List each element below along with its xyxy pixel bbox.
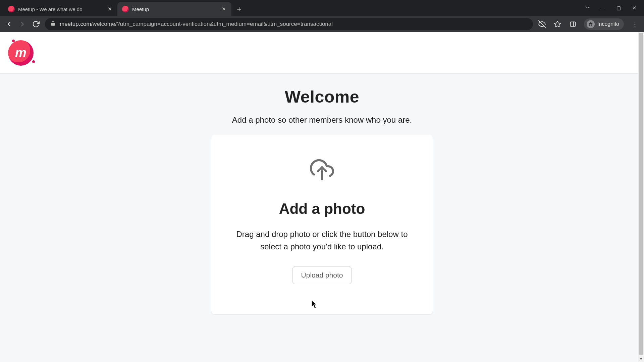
close-icon[interactable]: ✕: [107, 6, 113, 12]
new-tab-button[interactable]: ＋: [233, 3, 245, 15]
site-header: m: [0, 32, 644, 74]
tab-meetup-about[interactable]: Meetup - We are what we do ✕: [3, 2, 117, 16]
page-content: Welcome Add a photo so other members kno…: [0, 74, 644, 362]
eye-off-icon[interactable]: [538, 20, 546, 28]
meetup-favicon-icon: [8, 6, 15, 12]
url-text: meetup.com/welcome/?utm_campaign=account…: [60, 21, 333, 27]
tab-title: Meetup - We are what we do: [18, 6, 103, 12]
scrollbar-thumb[interactable]: [639, 33, 643, 355]
page-subtitle: Add a photo so other members know who yo…: [232, 115, 412, 125]
toolbar: meetup.com/welcome/?utm_campaign=account…: [0, 16, 644, 32]
minimize-icon[interactable]: —: [600, 5, 606, 11]
window-controls: ﹀ — ▢ ✕: [578, 0, 644, 16]
forward-button[interactable]: [18, 20, 27, 28]
chevron-down-icon[interactable]: ﹀: [585, 4, 591, 12]
tab-strip: Meetup - We are what we do ✕ Meetup ✕ ＋: [3, 0, 578, 16]
card-title: Add a photo: [279, 200, 365, 217]
reload-button[interactable]: [32, 20, 40, 28]
back-button[interactable]: [5, 20, 13, 28]
card-description: Drag and drop photo or click the button …: [225, 228, 419, 253]
logo-letter: m: [15, 46, 26, 60]
toolbar-right: Incognito ⋮: [538, 18, 639, 30]
close-icon[interactable]: ✕: [221, 6, 227, 12]
svg-rect-2: [571, 22, 576, 26]
page-viewport: m Welcome Add a photo so other members k…: [0, 32, 644, 362]
incognito-label: Incognito: [597, 21, 619, 27]
tab-meetup-welcome[interactable]: Meetup ✕: [117, 2, 231, 16]
menu-kebab-icon[interactable]: ⋮: [631, 20, 639, 28]
side-panel-icon[interactable]: [569, 20, 577, 28]
incognito-indicator[interactable]: Incognito: [584, 18, 624, 30]
meetup-logo-icon[interactable]: m: [8, 40, 34, 66]
vertical-scrollbar[interactable]: ▾: [638, 32, 644, 362]
lock-icon: [50, 21, 56, 27]
upload-card[interactable]: Add a photo Drag and drop photo or click…: [211, 135, 433, 314]
bookmark-star-icon[interactable]: [553, 20, 562, 28]
incognito-icon: [587, 20, 595, 28]
tab-title: Meetup: [132, 6, 217, 12]
address-bar[interactable]: meetup.com/welcome/?utm_campaign=account…: [45, 18, 533, 30]
cloud-upload-icon: [310, 158, 334, 184]
scroll-down-icon[interactable]: ▾: [638, 356, 644, 362]
meetup-favicon-icon: [122, 6, 129, 12]
svg-marker-1: [554, 21, 560, 27]
close-window-icon[interactable]: ✕: [631, 5, 637, 11]
maximize-icon[interactable]: ▢: [616, 5, 622, 11]
browser-titlebar: Meetup - We are what we do ✕ Meetup ✕ ＋ …: [0, 0, 644, 16]
page-title: Welcome: [285, 87, 359, 107]
upload-photo-button[interactable]: Upload photo: [292, 266, 352, 284]
